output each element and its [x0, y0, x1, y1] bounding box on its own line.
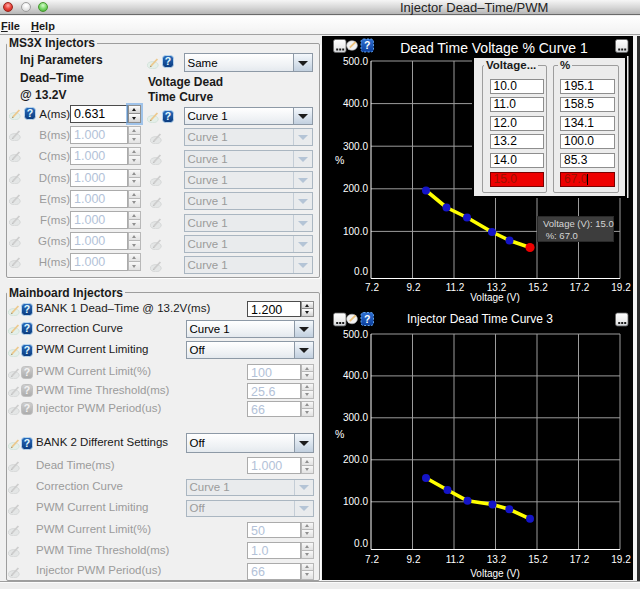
- svg-text:17.2: 17.2: [570, 282, 590, 293]
- svg-text:9.2: 9.2: [407, 282, 421, 293]
- svg-text:?: ?: [24, 322, 30, 334]
- svg-text:?: ?: [165, 110, 171, 122]
- svg-text:7.2: 7.2: [365, 554, 379, 565]
- svg-text:?: ?: [24, 344, 30, 356]
- svg-text:?: ?: [24, 402, 30, 414]
- svg-text:300.0: 300.0: [343, 141, 368, 152]
- svg-text:11.2: 11.2: [446, 554, 465, 565]
- svg-text:Voltage (V): Voltage (V): [470, 292, 519, 303]
- svg-text:0.0: 0.0: [354, 538, 368, 549]
- svg-text:15.2: 15.2: [528, 554, 548, 565]
- svg-text:17.2: 17.2: [570, 554, 590, 565]
- svg-text:200.0: 200.0: [343, 454, 368, 465]
- svg-text:0.0: 0.0: [354, 266, 368, 277]
- svg-text:100.0: 100.0: [343, 226, 368, 237]
- svg-text:?: ?: [24, 366, 30, 378]
- svg-text:?: ?: [24, 437, 30, 449]
- svg-text:Injector Dead Time Curve 3: Injector Dead Time Curve 3: [407, 312, 553, 326]
- svg-text:200.0: 200.0: [343, 183, 368, 194]
- svg-text:7.2: 7.2: [365, 282, 379, 293]
- svg-text:500.0: 500.0: [343, 329, 368, 340]
- svg-text:19.2: 19.2: [611, 282, 631, 293]
- svg-text:%: %: [335, 428, 344, 440]
- svg-text:11.2: 11.2: [446, 282, 465, 293]
- svg-text:400.0: 400.0: [343, 370, 368, 381]
- svg-text:19.2: 19.2: [611, 554, 631, 565]
- svg-text:100.0: 100.0: [343, 496, 368, 507]
- svg-text:13.2: 13.2: [487, 554, 507, 565]
- svg-text:Voltage (V): Voltage (V): [470, 568, 519, 579]
- svg-text:?: ?: [24, 384, 30, 396]
- svg-text:300.0: 300.0: [343, 412, 368, 423]
- svg-text:?: ?: [364, 313, 370, 325]
- svg-text:9.2: 9.2: [407, 554, 421, 565]
- svg-text:%: %: [335, 154, 344, 166]
- svg-text:?: ?: [165, 55, 171, 67]
- svg-text:15.2: 15.2: [528, 282, 548, 293]
- svg-text:Dead Time Voltage % Curve 1: Dead Time Voltage % Curve 1: [400, 40, 588, 56]
- svg-text:?: ?: [24, 303, 30, 315]
- svg-text:500.0: 500.0: [343, 56, 368, 67]
- svg-text:?: ?: [364, 39, 370, 51]
- svg-text:400.0: 400.0: [343, 98, 368, 109]
